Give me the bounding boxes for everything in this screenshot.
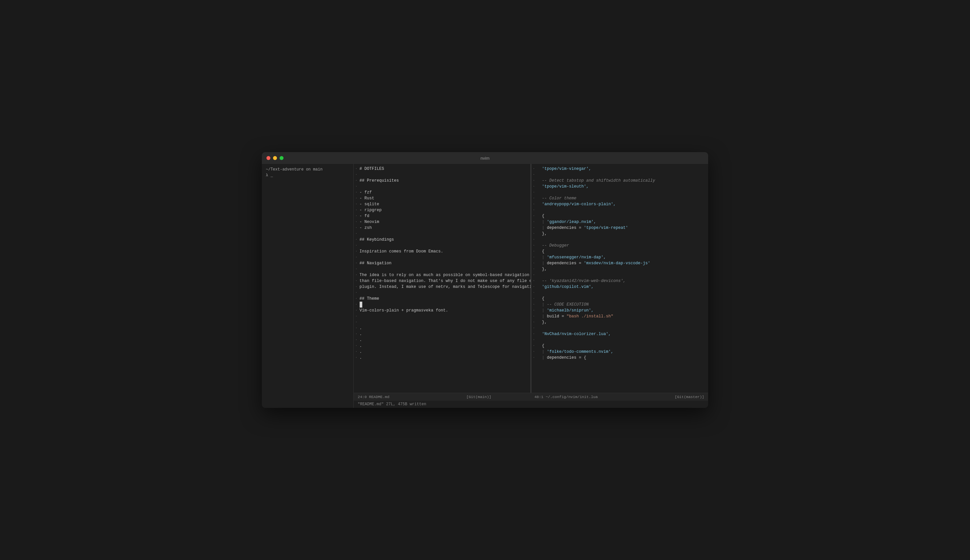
line: · plugin. Instead, I make use of netrv, … [354, 284, 530, 290]
line: · Inspiration comes from Doom Emacs. [354, 248, 530, 255]
line: · [531, 272, 708, 278]
line: · { [531, 213, 708, 219]
right-pane-content: · 'tpope/vim-vinegar', · · -- Detect tab… [531, 164, 708, 393]
status-right-pos: 48:1 ~/.config/nvim/init.lua [534, 395, 597, 399]
line: · [531, 190, 708, 195]
line: · ## Prerequisites [354, 178, 530, 183]
line: · | dependencies = 'mxsdev/nvim-dap-vsco… [531, 260, 708, 266]
left-pane[interactable]: · # DOTFILES · · ## Prerequisites · [354, 164, 531, 393]
status-left-file: 24:0 README.md [358, 395, 390, 399]
line: · . [354, 343, 530, 349]
line: · - Neovim [354, 219, 530, 225]
line: · 'tpope/vim-sleuth', [531, 183, 708, 190]
cmdline-text: "README.md" 27L, 475B written [358, 402, 426, 407]
line: · -- Debugger [531, 243, 708, 248]
line: · | 'folke/todo-comments.nvim', [531, 349, 708, 355]
line: · [354, 243, 530, 248]
cursor [360, 302, 362, 308]
window-title: nvim [480, 156, 489, 161]
statusbar: 24:0 README.md [Git(main)] 48:1 ~/.confi… [354, 393, 708, 401]
line: · ## Keybindings [354, 237, 530, 243]
line: · -- Color theme [531, 195, 708, 201]
line: · }, [531, 319, 708, 325]
command-line: "README.md" 27L, 475B written [354, 401, 708, 408]
line: · { [531, 343, 708, 349]
traffic-lights [266, 156, 284, 160]
titlebar: nvim [262, 152, 708, 164]
line: · 'andreypopp/vim-colors-plain', [531, 201, 708, 207]
line: · | 'michaelb/sniprun', [531, 308, 708, 313]
line: · The idea is to rely on as much as poss… [354, 272, 530, 278]
line: · 'github/copilot.vim', [531, 284, 708, 290]
terminal-panel: ~/Text-adventure on main λ _ [262, 164, 354, 408]
line: · | -- CODE EXECUTION [531, 302, 708, 308]
line: · | 'mfussenegger/nvim-dap', [531, 255, 708, 260]
line: · [531, 207, 708, 213]
status-git-left: [Git(main)] [466, 395, 491, 399]
line: · [531, 237, 708, 243]
line: · # DOTFILES [354, 166, 530, 172]
status-left: 24:0 README.md [Git(main)] [358, 395, 491, 399]
line: · - fzf [354, 190, 530, 195]
line: · [354, 183, 530, 190]
line: · - zsh [354, 225, 530, 231]
line: · [354, 266, 530, 272]
line: · - ripgrep [354, 207, 530, 213]
line: · - Rust [354, 195, 530, 201]
status-right: 48:1 ~/.config/nvim/init.lua [Git(master… [534, 395, 704, 399]
line: · - fd [354, 213, 530, 219]
line: · [354, 231, 530, 237]
line: · -- 'kyazdani42/nvim-web-devicons', [531, 278, 708, 284]
right-pane[interactable]: · 'tpope/vim-vinegar', · · -- Detect tab… [531, 164, 708, 393]
line: · [531, 172, 708, 178]
line: · [354, 290, 530, 296]
line: · - sqlite [354, 201, 530, 207]
line: · { [531, 248, 708, 255]
line: · [354, 313, 530, 319]
main-content: ~/Text-adventure on main λ _ · # DOTFILE… [262, 164, 708, 408]
line: · { [531, 296, 708, 302]
line: · | build = "bash ./install.sh" [531, 313, 708, 319]
line: · . [354, 349, 530, 355]
split-view: · # DOTFILES · · ## Prerequisites · [354, 164, 708, 393]
line: · . [354, 325, 530, 331]
line: · . [354, 331, 530, 337]
line: · than file-based navigation. That's why… [354, 278, 530, 284]
terminal-prompt: λ _ [262, 173, 353, 178]
line: · 'tpope/vim-vinegar', [531, 166, 708, 172]
line: · [354, 319, 530, 325]
minimize-button[interactable] [273, 156, 277, 160]
terminal-path: ~/Text-adventure on main [262, 167, 353, 172]
line: · | dependencies = 'tpope/vim-repeat' [531, 225, 708, 231]
line: · . [354, 355, 530, 361]
nvim-window: nvim ~/Text-adventure on main λ _ · # DO… [262, 152, 708, 408]
line: · | 'ggandor/leap.nvim', [531, 219, 708, 225]
line: · 'NvChad/nvim-colorizer.lua', [531, 331, 708, 337]
line: · }, [531, 266, 708, 272]
line: · -- Detect tabstop and shiftwidth autom… [531, 178, 708, 183]
left-pane-content: · # DOTFILES · · ## Prerequisites · [354, 164, 530, 393]
line: · . [354, 337, 530, 343]
maximize-button[interactable] [279, 156, 284, 160]
line: · [354, 172, 530, 178]
line: · [531, 325, 708, 331]
line: · }, [531, 231, 708, 237]
line: · [354, 255, 530, 260]
cursor-line: · [354, 302, 530, 308]
line: · ## Navigation [354, 260, 530, 266]
line: · ## Theme [354, 296, 530, 302]
status-git-right: [Git(master)] [675, 395, 704, 399]
line: · [531, 290, 708, 296]
line: · | dependencies = { [531, 355, 708, 361]
line: · [531, 337, 708, 343]
line: · Vim-colors-plain + pragmasveka font. [354, 308, 530, 313]
editor-area[interactable]: · # DOTFILES · · ## Prerequisites · [354, 164, 708, 408]
close-button[interactable] [266, 156, 270, 160]
